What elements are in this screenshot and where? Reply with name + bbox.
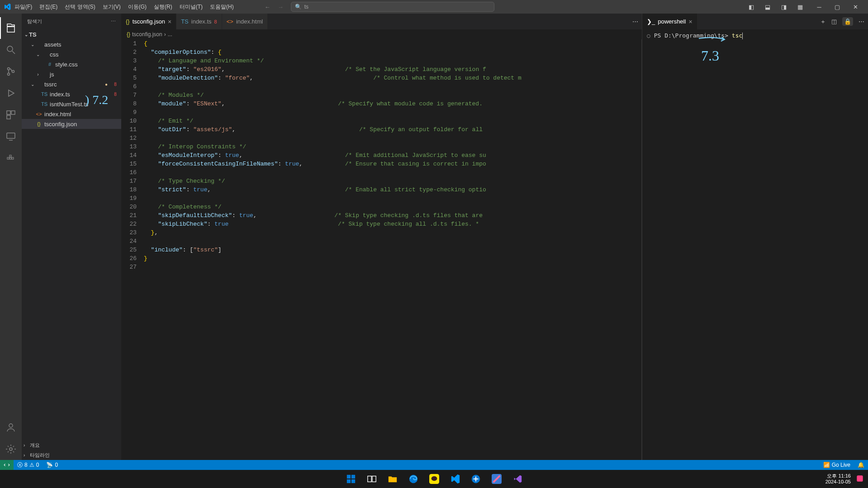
activity-source-control[interactable] bbox=[0, 61, 22, 82]
tree-file[interactable]: <>index.html bbox=[22, 109, 121, 119]
menu-item[interactable]: 편집(E) bbox=[36, 0, 61, 14]
menu-item[interactable]: 이동(G) bbox=[124, 0, 150, 14]
activity-docker[interactable] bbox=[0, 147, 22, 169]
terminal-tabs: ❯_ powershell × ＋ ◫ 🔒 ⋯ bbox=[642, 14, 868, 29]
editor-more-icon[interactable]: ⋯ bbox=[632, 18, 638, 25]
tree-file[interactable]: TSindex.ts8 bbox=[22, 89, 121, 99]
menu-item[interactable]: 터미널(T) bbox=[176, 0, 206, 14]
toggle-primary-sidebar-icon[interactable]: ◧ bbox=[746, 4, 757, 10]
modified-indicator: ● bbox=[103, 81, 109, 87]
new-terminal-icon[interactable]: ＋ bbox=[820, 18, 826, 26]
terminal-more-icon[interactable]: ⋯ bbox=[859, 18, 864, 25]
svg-rect-21 bbox=[372, 476, 375, 482]
status-go-live[interactable]: 📶Go Live bbox=[820, 462, 854, 468]
tree-item-label: style.css bbox=[55, 61, 121, 68]
activity-settings[interactable] bbox=[0, 438, 22, 460]
tree-file[interactable]: #style.css bbox=[22, 59, 121, 69]
status-problems[interactable]: ⓧ8 ⚠0 bbox=[14, 461, 43, 469]
breadcrumb[interactable]: {} tsconfig.json › ... bbox=[121, 29, 642, 39]
window-minimize-button[interactable]: ─ bbox=[810, 0, 828, 14]
file-type-icon: TS bbox=[41, 91, 48, 97]
taskbar-vscode[interactable] bbox=[446, 472, 464, 486]
explorer-sidebar: 탐색기 ⋯ ⌄ TS ⌄assets⌄css#style.css›js⌄tssr… bbox=[22, 14, 121, 460]
taskbar-app-blue[interactable] bbox=[467, 472, 485, 486]
chevron-down-icon: ⌄ bbox=[30, 42, 35, 47]
sidebar-section[interactable]: ›개요 bbox=[22, 440, 121, 450]
activity-accounts[interactable] bbox=[0, 417, 22, 438]
menu-item[interactable]: 실행(R) bbox=[150, 0, 176, 14]
broadcast-icon: 📶 bbox=[823, 462, 830, 468]
sidebar-more-icon[interactable]: ⋯ bbox=[111, 19, 116, 24]
taskbar-app-gradient[interactable] bbox=[488, 472, 506, 486]
editor-tab[interactable]: <>index.html bbox=[222, 14, 268, 29]
activity-explorer[interactable] bbox=[0, 17, 22, 39]
terminal-lock-icon[interactable]: 🔒 bbox=[842, 17, 853, 26]
handwritten-annotation-73: 7.3 bbox=[701, 38, 719, 55]
activity-remote-explorer[interactable] bbox=[0, 126, 22, 147]
tree-file[interactable]: TSisntNumTest.ts bbox=[22, 99, 121, 109]
taskbar-tray-icon[interactable] bbox=[855, 474, 864, 484]
taskbar-kakao[interactable] bbox=[425, 472, 443, 486]
chevron-right-icon: › bbox=[24, 453, 30, 458]
menu-item[interactable]: 선택 영역(S) bbox=[61, 0, 99, 14]
tab-label: index.html bbox=[236, 18, 263, 25]
svg-point-15 bbox=[9, 448, 12, 450]
editor-body[interactable]: 1234567891011121314151617181920212223242… bbox=[121, 39, 642, 460]
bell-icon: 🔔 bbox=[858, 462, 864, 468]
nav-back-icon[interactable]: ← bbox=[265, 4, 270, 10]
tree-item-label: assets bbox=[44, 41, 121, 48]
svg-point-14 bbox=[9, 424, 13, 427]
close-icon[interactable]: × bbox=[688, 18, 692, 25]
tree-root[interactable]: ⌄ TS bbox=[22, 29, 121, 39]
taskbar-start[interactable] bbox=[342, 472, 360, 486]
remote-indicator[interactable] bbox=[0, 460, 14, 470]
editor-tab[interactable]: TSindex.ts8 bbox=[176, 14, 222, 29]
file-type-icon: # bbox=[46, 62, 53, 67]
activity-run-debug[interactable] bbox=[0, 82, 22, 104]
taskbar-explorer[interactable] bbox=[384, 472, 402, 486]
editor-tab[interactable]: {}tsconfig.json× bbox=[121, 14, 176, 29]
taskbar-task-view[interactable] bbox=[363, 472, 381, 486]
activity-search[interactable] bbox=[0, 39, 22, 61]
tree-file[interactable]: {}tsconfig.json bbox=[22, 119, 121, 129]
window-maximize-button[interactable]: ▢ bbox=[828, 0, 846, 14]
status-notifications[interactable]: 🔔 bbox=[854, 462, 868, 468]
nav-forward-icon[interactable]: → bbox=[278, 4, 284, 10]
toggle-secondary-sidebar-icon[interactable]: ◨ bbox=[778, 4, 789, 10]
code-area[interactable]: { "compilerOptions": { /* Language and E… bbox=[144, 39, 641, 460]
svg-rect-6 bbox=[11, 111, 15, 114]
tree-folder[interactable]: ⌄css bbox=[22, 49, 121, 59]
tree-item-label: index.html bbox=[44, 111, 121, 118]
toggle-panel-icon[interactable]: ⬓ bbox=[762, 4, 773, 10]
file-tree: ⌄ TS ⌄assets⌄css#style.css›js⌄tssrc●8TSi… bbox=[22, 29, 121, 440]
svg-rect-17 bbox=[351, 475, 355, 479]
svg-rect-13 bbox=[12, 157, 14, 159]
menu-item[interactable]: 보기(V) bbox=[99, 0, 124, 14]
tree-folder[interactable]: ⌄assets bbox=[22, 39, 121, 49]
chevron-down-icon: ⌄ bbox=[24, 32, 29, 37]
error-count-badge: 8 bbox=[112, 81, 119, 87]
svg-rect-16 bbox=[346, 475, 350, 479]
close-icon[interactable]: × bbox=[168, 18, 171, 25]
file-type-icon: {} bbox=[126, 18, 130, 25]
sidebar-section[interactable]: ›타임라인 bbox=[22, 450, 121, 460]
taskbar-visual-studio[interactable] bbox=[508, 472, 526, 486]
window-close-button[interactable]: ✕ bbox=[846, 0, 864, 14]
chevron-right-icon: › bbox=[35, 72, 41, 77]
menu-item[interactable]: 도움말(H) bbox=[206, 0, 237, 14]
activity-extensions[interactable] bbox=[0, 104, 22, 126]
layout-controls: ◧ ⬓ ◨ ▦ bbox=[746, 4, 806, 10]
tree-folder[interactable]: ⌄tssrc●8 bbox=[22, 79, 121, 89]
file-type-icon: TS bbox=[41, 101, 48, 107]
customize-layout-icon[interactable]: ▦ bbox=[795, 4, 806, 10]
status-bar: ⓧ8 ⚠0 📡0 📶Go Live 🔔 bbox=[0, 460, 868, 470]
split-terminal-icon[interactable]: ◫ bbox=[831, 18, 837, 25]
terminal-tab-powershell[interactable]: ❯_ powershell × bbox=[642, 14, 697, 29]
menu-item[interactable]: 파일(F) bbox=[11, 0, 36, 14]
taskbar-edge[interactable] bbox=[404, 472, 422, 486]
status-ports[interactable]: 📡0 bbox=[43, 462, 62, 468]
taskbar-clock[interactable]: 오후 11:16 2024-10-05 bbox=[825, 473, 851, 485]
command-center[interactable]: 🔍 ts bbox=[291, 2, 494, 12]
tree-folder[interactable]: ›js bbox=[22, 69, 121, 79]
terminal-body[interactable]: ○ PS D:\Programming\ts> tsc 7.3 bbox=[642, 29, 868, 460]
